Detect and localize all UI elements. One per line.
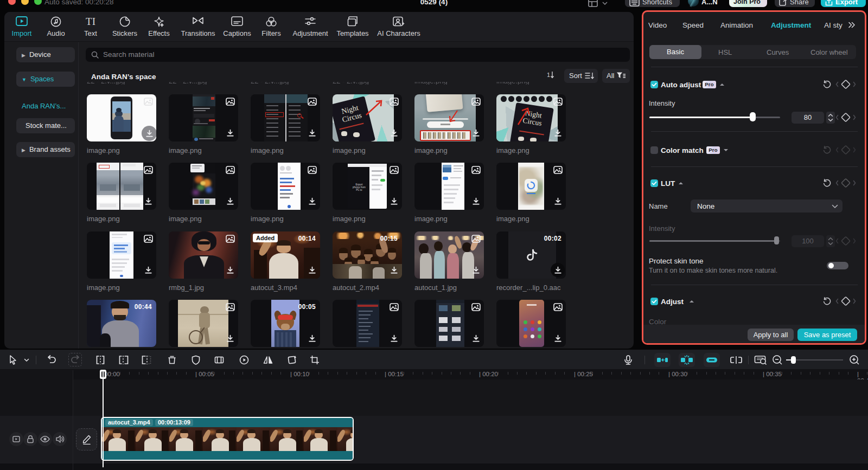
svg-text:TI: TI — [86, 16, 95, 27]
svg-text:1: 1 — [547, 72, 550, 78]
